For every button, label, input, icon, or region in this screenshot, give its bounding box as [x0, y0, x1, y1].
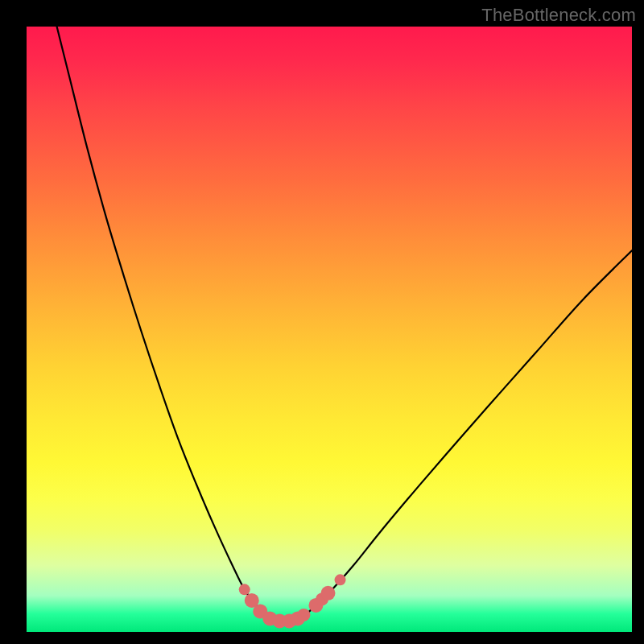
- marker-point: [335, 574, 346, 585]
- marker-point: [239, 584, 250, 595]
- marker-point: [297, 609, 310, 621]
- plot-area: [27, 27, 632, 632]
- chart-svg: [27, 27, 632, 632]
- bottleneck-curve: [57, 27, 632, 621]
- watermark-text: TheBottleneck.com: [481, 5, 636, 26]
- marker-point: [321, 586, 336, 601]
- highlight-markers: [239, 574, 346, 628]
